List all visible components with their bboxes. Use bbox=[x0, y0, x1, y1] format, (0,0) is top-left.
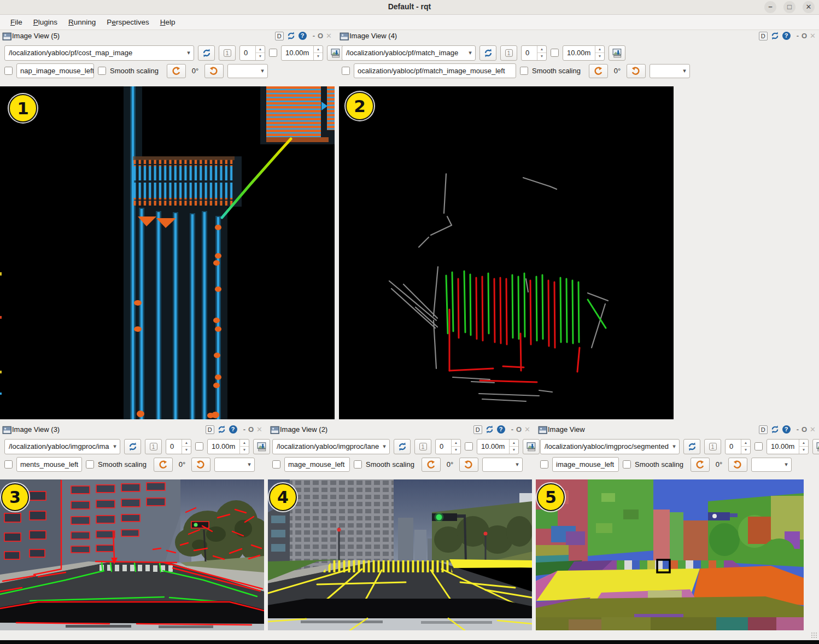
spin-up-icon[interactable]: ▲ bbox=[741, 440, 750, 447]
color-scheme-combobox[interactable]: ▾ bbox=[650, 64, 690, 78]
collapse-button[interactable]: - bbox=[511, 425, 513, 434]
frame-skip-spinbox[interactable]: 0 ▲▼ bbox=[435, 439, 461, 454]
panel-header[interactable]: Image View (2) D ? - O ✕ bbox=[268, 424, 534, 436]
collapse-button[interactable]: - bbox=[313, 32, 315, 40]
menu-perspectives[interactable]: Perspectives bbox=[102, 16, 154, 28]
color-scheme-combobox[interactable]: ▾ bbox=[482, 458, 523, 472]
frame-skip-spinbox[interactable]: 0 ▲▼ bbox=[166, 439, 191, 454]
panel-header[interactable]: Image View (5) D ? - O ✕ bbox=[0, 30, 335, 43]
spin-up-icon[interactable]: ▲ bbox=[799, 440, 808, 447]
dynamic-range-checkbox[interactable] bbox=[195, 442, 203, 450]
collapse-button[interactable]: - bbox=[243, 425, 245, 434]
refresh-topics-button[interactable] bbox=[479, 45, 496, 61]
spin-down-icon[interactable]: ▼ bbox=[452, 447, 460, 454]
window-maximize-button[interactable]: □ bbox=[783, 1, 795, 13]
snapshot-once-button[interactable]: 1 bbox=[704, 439, 721, 454]
spin-down-icon[interactable]: ▼ bbox=[256, 53, 265, 60]
publish-click-checkbox[interactable] bbox=[272, 460, 280, 469]
reload-plugin-icon[interactable] bbox=[770, 425, 780, 434]
max-range-spinbox[interactable]: 10.00m ▲▼ bbox=[563, 45, 605, 61]
refresh-topics-button[interactable] bbox=[198, 45, 215, 61]
publish-click-checkbox[interactable] bbox=[4, 460, 13, 469]
mouse-left-topic-field[interactable]: mage_mouse_left bbox=[284, 457, 350, 472]
publish-click-checkbox[interactable] bbox=[540, 460, 548, 469]
collapse-button[interactable]: - bbox=[797, 32, 799, 40]
topic-combobox[interactable]: /localization/yabloc/imgproc/segmented ▾ bbox=[540, 439, 680, 454]
rotate-left-button[interactable] bbox=[691, 458, 710, 472]
menu-plugins[interactable]: Plugins bbox=[28, 16, 62, 28]
snapshot-once-button[interactable]: 1 bbox=[414, 439, 431, 454]
detach-button[interactable]: D bbox=[759, 425, 768, 434]
float-button[interactable]: O bbox=[802, 32, 807, 40]
help-icon[interactable]: ? bbox=[782, 32, 791, 40]
frame-skip-spinbox[interactable]: 0 ▲▼ bbox=[239, 45, 265, 61]
snapshot-once-button[interactable]: 1 bbox=[500, 45, 517, 61]
refresh-topics-button[interactable] bbox=[394, 439, 411, 454]
smooth-scaling-checkbox[interactable] bbox=[623, 460, 631, 469]
rotate-left-button[interactable] bbox=[589, 64, 608, 78]
topic-combobox[interactable]: /localization/yabloc/imgproc/ima ▾ bbox=[4, 439, 120, 454]
detach-button[interactable]: D bbox=[275, 32, 284, 40]
smooth-scaling-checkbox[interactable] bbox=[98, 67, 106, 75]
mouse-left-topic-field[interactable]: ocalization/yabloc/pf/match_image_mouse_… bbox=[354, 63, 516, 78]
color-scheme-combobox[interactable]: ▾ bbox=[214, 458, 255, 472]
help-icon[interactable]: ? bbox=[299, 32, 307, 40]
max-range-spinbox[interactable]: 10.00m ▲▼ bbox=[767, 439, 809, 454]
spin-up-icon[interactable]: ▲ bbox=[256, 46, 265, 54]
spin-up-icon[interactable]: ▲ bbox=[182, 440, 191, 447]
spin-down-icon[interactable]: ▼ bbox=[182, 447, 191, 454]
smooth-scaling-checkbox[interactable] bbox=[86, 460, 94, 469]
mouse-left-topic-field[interactable]: image_mouse_left bbox=[552, 457, 619, 472]
help-icon[interactable]: ? bbox=[782, 425, 791, 434]
help-icon[interactable]: ? bbox=[497, 425, 505, 434]
save-image-button[interactable] bbox=[812, 439, 819, 454]
max-range-spinbox[interactable]: 10.00m ▲▼ bbox=[281, 45, 323, 61]
spin-up-icon[interactable]: ▲ bbox=[537, 46, 546, 54]
close-panel-button[interactable]: ✕ bbox=[810, 32, 816, 40]
color-scheme-combobox[interactable]: ▾ bbox=[227, 64, 268, 78]
dynamic-range-checkbox[interactable] bbox=[269, 49, 277, 57]
rotate-right-button[interactable] bbox=[191, 458, 210, 472]
collapse-button[interactable]: - bbox=[797, 425, 799, 434]
topic-combobox[interactable]: /localization/yabloc/imgproc/lane ▾ bbox=[272, 439, 390, 454]
detach-button[interactable]: D bbox=[473, 425, 482, 434]
reload-plugin-icon[interactable] bbox=[485, 425, 494, 434]
spin-down-icon[interactable]: ▼ bbox=[240, 447, 249, 454]
resize-grip[interactable] bbox=[811, 632, 817, 639]
reload-plugin-icon[interactable] bbox=[217, 425, 226, 434]
refresh-topics-button[interactable] bbox=[683, 439, 700, 454]
panel-header[interactable]: Image View (3) D ? - O ✕ bbox=[0, 424, 266, 436]
reload-plugin-icon[interactable] bbox=[770, 31, 780, 40]
snapshot-once-button[interactable]: 1 bbox=[145, 439, 162, 454]
rotate-right-button[interactable] bbox=[627, 64, 646, 78]
refresh-topics-button[interactable] bbox=[124, 439, 141, 454]
max-range-spinbox[interactable]: 10.00m ▲▼ bbox=[477, 439, 519, 454]
publish-click-checkbox[interactable] bbox=[342, 67, 350, 75]
mouse-left-topic-field[interactable]: nap_image_mouse_left bbox=[16, 63, 94, 78]
topic-combobox[interactable]: /localization/yabloc/pf/match_image ▾ bbox=[342, 45, 476, 61]
rotate-right-button[interactable] bbox=[204, 64, 224, 78]
dynamic-range-checkbox[interactable] bbox=[754, 442, 763, 450]
close-panel-button[interactable]: ✕ bbox=[524, 425, 530, 434]
spin-up-icon[interactable]: ▲ bbox=[510, 440, 518, 447]
panel-header[interactable]: Image View D ? - O ✕ bbox=[536, 424, 819, 436]
publish-click-checkbox[interactable] bbox=[4, 67, 13, 75]
reload-plugin-icon[interactable] bbox=[286, 31, 296, 40]
rotate-right-button[interactable] bbox=[728, 458, 747, 472]
float-button[interactable]: O bbox=[802, 425, 807, 434]
close-panel-button[interactable]: ✕ bbox=[810, 425, 816, 434]
menu-help[interactable]: Help bbox=[155, 16, 180, 28]
window-close-button[interactable]: ✕ bbox=[803, 1, 815, 13]
spin-down-icon[interactable]: ▼ bbox=[595, 53, 604, 60]
max-range-spinbox[interactable]: 10.00m ▲▼ bbox=[207, 439, 249, 454]
spin-down-icon[interactable]: ▼ bbox=[314, 53, 323, 60]
menu-running[interactable]: Running bbox=[63, 16, 101, 28]
dynamic-range-checkbox[interactable] bbox=[465, 442, 473, 450]
spin-up-icon[interactable]: ▲ bbox=[452, 440, 460, 447]
save-image-button[interactable] bbox=[609, 45, 625, 61]
color-scheme-combobox[interactable]: ▾ bbox=[751, 458, 792, 472]
spin-up-icon[interactable]: ▲ bbox=[314, 46, 323, 54]
dynamic-range-checkbox[interactable] bbox=[551, 49, 559, 57]
detach-button[interactable]: D bbox=[759, 32, 768, 40]
spin-up-icon[interactable]: ▲ bbox=[240, 440, 249, 447]
